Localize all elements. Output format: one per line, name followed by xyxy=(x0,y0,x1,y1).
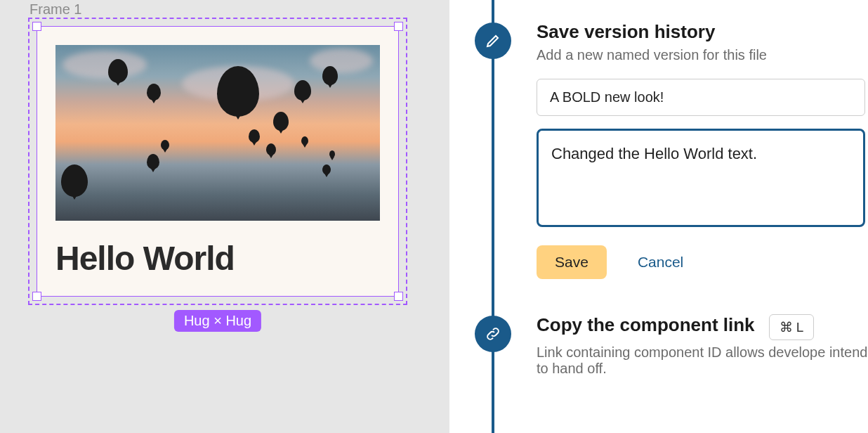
card: Hello World xyxy=(37,27,398,296)
copy-link-title: Copy the component link xyxy=(537,314,755,336)
copy-link-description: Link containing component ID allows deve… xyxy=(537,344,868,377)
save-version-title: Save version history xyxy=(537,21,868,43)
save-version-subtitle: Add a new named version for this file xyxy=(537,47,868,63)
timeline-step-save-version: Save version history Add a new named ver… xyxy=(492,21,868,279)
resize-handle-br[interactable] xyxy=(394,292,403,301)
keyboard-shortcut-badge: ⌘ L xyxy=(769,314,815,340)
selection-outer[interactable]: Hello World Hug × Hug xyxy=(28,18,407,305)
save-button[interactable]: Save xyxy=(537,245,607,279)
selection-inner[interactable]: Hello World xyxy=(37,26,399,297)
pencil-icon xyxy=(475,22,511,59)
button-row: Save Cancel xyxy=(537,245,868,279)
resize-handle-bl[interactable] xyxy=(32,292,41,301)
canvas-pane: Frame 1 xyxy=(0,0,449,433)
resize-handle-tl[interactable] xyxy=(32,22,41,31)
frame-label: Frame 1 xyxy=(28,0,421,18)
size-indicator: Hug × Hug xyxy=(174,310,261,332)
cancel-button[interactable]: Cancel xyxy=(638,254,683,271)
sidebar-pane: Save version history Add a new named ver… xyxy=(449,0,868,433)
timeline-step-copy-link: Copy the component link ⌘ L Link contain… xyxy=(492,314,868,377)
version-name-input[interactable] xyxy=(537,79,865,116)
card-image xyxy=(55,45,380,221)
link-icon xyxy=(475,316,511,352)
version-description-input[interactable] xyxy=(537,129,865,227)
card-title: Hello World xyxy=(55,239,380,278)
resize-handle-tr[interactable] xyxy=(394,22,403,31)
